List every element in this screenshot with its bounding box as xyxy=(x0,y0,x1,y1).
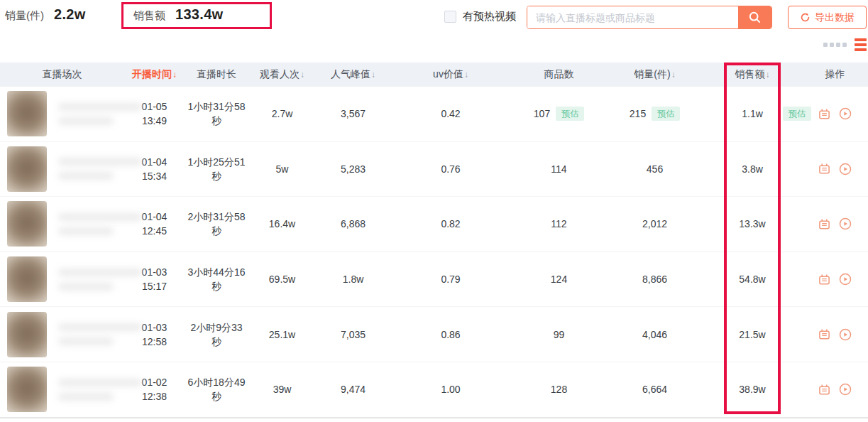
cell-duration: 6小时18分49秒 xyxy=(185,375,248,404)
col-header-views[interactable]: 观看人次↓ xyxy=(248,68,316,81)
stream-thumbnail[interactable] xyxy=(7,201,47,247)
cell-actions xyxy=(802,328,868,341)
play-replay-icon[interactable] xyxy=(839,273,852,286)
play-replay-icon[interactable] xyxy=(839,217,852,230)
preheat-video-filter[interactable]: 有预热视频 xyxy=(444,10,516,23)
export-data-button[interactable]: 导出数据 xyxy=(788,6,867,29)
table-row[interactable]: 01-0513:49 1小时31分58秒 2.7w 3,567 0.42 107… xyxy=(0,87,868,142)
table-row[interactable]: 01-0415:34 1小时25分51秒 5w 5,283 0.76 114 4… xyxy=(0,142,868,198)
cell-sales: 215预估 xyxy=(607,107,703,121)
sort-down-icon: ↓ xyxy=(671,70,676,80)
cell-actions xyxy=(802,273,868,286)
grid-view-icon[interactable] xyxy=(823,43,847,47)
stream-thumbnail[interactable] xyxy=(7,146,47,192)
stat-label: 销售额 xyxy=(133,9,165,23)
cell-uv: 0.86 xyxy=(390,328,511,342)
stat-sales-count: 销量(件) 2.2w xyxy=(5,6,86,23)
cell-actions xyxy=(802,163,868,175)
col-header-start-time[interactable]: 开播时间↓ xyxy=(124,68,185,81)
cell-views: 2.7w xyxy=(248,107,316,121)
live-room-icon[interactable] xyxy=(818,384,830,396)
col-header-peak[interactable]: 人气峰值↓ xyxy=(316,68,390,81)
table-row[interactable]: 01-0312:58 2小时9分33秒 25.1w 7,035 0.86 99 … xyxy=(0,307,868,362)
cell-peak: 1.8w xyxy=(316,272,390,286)
table-row[interactable]: 01-0315:17 3小时44分16秒 69.5w 1.8w 0.79 124… xyxy=(0,252,868,308)
sort-down-icon: ↓ xyxy=(766,70,770,80)
estimate-badge: 预估 xyxy=(783,107,811,121)
checkbox-label[interactable]: 有预热视频 xyxy=(463,10,516,23)
cell-views: 39w xyxy=(248,382,316,396)
col-header-gmv[interactable]: 销售额↓ xyxy=(703,68,802,81)
search-icon xyxy=(748,11,762,24)
col-header-sales[interactable]: 销量(件)↓ xyxy=(607,68,703,81)
stream-thumbnail[interactable] xyxy=(7,91,47,136)
stream-thumbnail[interactable] xyxy=(7,312,47,357)
cell-peak: 5,283 xyxy=(316,162,390,176)
cell-peak: 3,567 xyxy=(316,107,390,121)
sort-down-icon: ↓ xyxy=(172,70,177,80)
blurred-cover xyxy=(7,367,47,412)
blurred-cover xyxy=(7,201,47,247)
cell-uv: 0.79 xyxy=(390,272,511,286)
cell-uv: 1.00 xyxy=(390,382,511,396)
blurred-cover xyxy=(7,312,47,357)
estimate-badge: 预估 xyxy=(652,107,680,121)
estimate-badge: 预估 xyxy=(556,107,584,121)
table-row[interactable]: 01-0212:38 6小时18分49秒 39w 9,474 1.00 128 … xyxy=(0,362,868,418)
stat-label: 销量(件) xyxy=(5,9,44,23)
live-room-icon[interactable] xyxy=(818,274,830,286)
play-replay-icon[interactable] xyxy=(839,107,852,120)
cell-products: 107预估 xyxy=(511,107,607,121)
blurred-cover xyxy=(7,91,47,136)
live-sessions-table: 直播场次 开播时间↓ 直播时长 观看人次↓ 人气峰值↓ uv价值↓ 商品数 销量… xyxy=(0,63,868,418)
col-header-duration: 直播时长 xyxy=(185,68,248,81)
cell-duration: 2小时9分33秒 xyxy=(185,320,248,349)
cell-duration: 2小时31分58秒 xyxy=(185,210,248,238)
play-replay-icon[interactable] xyxy=(839,163,852,175)
cell-gmv: 1.1w预估 xyxy=(703,107,802,121)
export-refresh-icon xyxy=(800,12,811,23)
cell-gmv: 38.9w xyxy=(703,382,802,396)
stream-thumbnail[interactable] xyxy=(7,367,47,412)
play-replay-icon[interactable] xyxy=(839,328,852,341)
table-row[interactable]: 01-0412:45 2小时31分58秒 16.4w 6,868 0.82 11… xyxy=(0,197,868,252)
list-view-icon[interactable] xyxy=(855,38,867,51)
cell-actions xyxy=(802,217,868,230)
blurred-cover xyxy=(7,146,47,192)
cell-duration: 1小时25分51秒 xyxy=(185,155,248,183)
live-room-icon[interactable] xyxy=(818,108,830,120)
cell-products: 112 xyxy=(511,217,607,231)
cell-duration: 1小时31分58秒 xyxy=(185,99,248,128)
col-header-session: 直播场次 xyxy=(0,68,124,81)
cell-duration: 3小时44分16秒 xyxy=(185,265,248,293)
export-label: 导出数据 xyxy=(815,11,855,24)
table-header: 直播场次 开播时间↓ 直播时长 观看人次↓ 人气峰值↓ uv价值↓ 商品数 销量… xyxy=(0,63,868,87)
live-room-icon[interactable] xyxy=(818,328,830,340)
live-stream-analytics-page: 销量(件) 2.2w 销售额 133.4w 有预热视频 导出数据 直播场次 开播… xyxy=(0,0,868,422)
search-button[interactable] xyxy=(738,6,771,28)
col-header-products: 商品数 xyxy=(511,68,607,81)
cell-peak: 9,474 xyxy=(316,382,390,396)
col-header-uv[interactable]: uv价值↓ xyxy=(390,68,511,81)
cell-products: 128 xyxy=(511,382,607,396)
cell-gmv: 54.8w xyxy=(703,272,802,286)
cell-peak: 7,035 xyxy=(316,328,390,342)
stream-thumbnail[interactable] xyxy=(7,256,47,302)
cell-sales: 2,012 xyxy=(607,217,703,231)
cell-views: 16.4w xyxy=(248,217,316,231)
search-input[interactable] xyxy=(527,6,738,28)
col-header-actions: 操作 xyxy=(802,68,868,81)
live-room-icon[interactable] xyxy=(818,163,830,175)
blurred-cover xyxy=(7,256,47,302)
cell-gmv: 3.8w xyxy=(703,162,802,176)
checkbox[interactable] xyxy=(444,11,456,23)
cell-views: 5w xyxy=(248,162,316,176)
search-bar[interactable] xyxy=(527,6,772,29)
cell-views: 69.5w xyxy=(248,272,316,286)
sort-down-icon: ↓ xyxy=(371,70,375,80)
play-replay-icon[interactable] xyxy=(839,383,852,396)
cell-actions xyxy=(802,107,868,120)
cell-gmv: 13.3w xyxy=(703,217,802,231)
live-room-icon[interactable] xyxy=(818,218,830,230)
cell-gmv: 21.5w xyxy=(703,328,802,342)
